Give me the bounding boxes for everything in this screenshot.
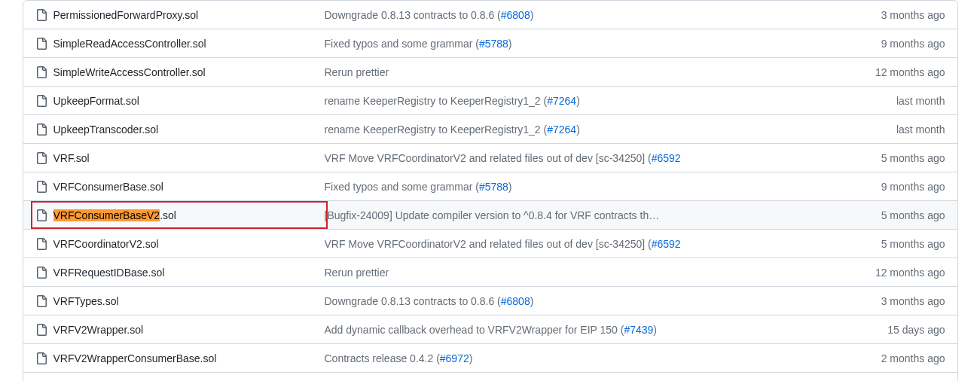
commit-message-link[interactable]: [Bugfix-24009] Update compiler version t… [325, 209, 660, 221]
issue-link[interactable]: #5788 [479, 38, 508, 50]
file-row: VRFV2WrapperConsumerBase.solContracts re… [23, 343, 957, 372]
file-name-link[interactable]: UpkeepTranscoder.sol [53, 123, 159, 136]
commit-message-suffix[interactable]: ) [576, 123, 580, 136]
file-icon [35, 123, 53, 136]
file-name-text: UpkeepFormat.sol [53, 95, 139, 107]
issue-link[interactable]: #7264 [547, 95, 576, 107]
file-row: VRFConsumerBaseV2.sol[Bugfix-24009] Upda… [23, 200, 957, 229]
commit-message-cell: rename KeeperRegistry to KeeperRegistry1… [325, 95, 840, 107]
commit-age: last month [840, 123, 945, 136]
commit-message-suffix[interactable]: ) [530, 295, 534, 307]
file-name-cell: VRFTypes.sol [53, 295, 325, 307]
commit-message-suffix[interactable]: ) [653, 324, 657, 336]
commit-message-cell: VRF Move VRFCoordinatorV2 and related fi… [325, 152, 840, 164]
file-icon [35, 95, 53, 107]
file-name-link[interactable]: VRFV2WrapperConsumerBase.sol [53, 352, 217, 364]
file-name-cell: VRFV2Wrapper.sol [53, 324, 325, 336]
commit-age: 12 months ago [840, 66, 945, 78]
commit-message-link[interactable]: Downgrade 0.8.13 contracts to 0.8.6 ( [325, 295, 501, 307]
file-row: SimpleReadAccessController.solFixed typo… [23, 29, 957, 57]
file-name-link[interactable]: VRFCoordinatorV2.sol [53, 238, 159, 250]
commit-message-link[interactable]: rename KeeperRegistry to KeeperRegistry1… [325, 123, 548, 136]
file-name-link[interactable]: VRF.sol [53, 152, 90, 164]
issue-link[interactable]: #6592 [652, 238, 681, 250]
file-name-cell: UpkeepTranscoder.sol [53, 123, 325, 136]
commit-message-suffix[interactable]: ) [576, 95, 580, 107]
file-row: VRFRequestIDBase.solRerun prettier12 mon… [23, 258, 957, 286]
file-name-text: VRFRequestIDBase.sol [53, 267, 165, 279]
commit-message-link[interactable]: VRF Move VRFCoordinatorV2 and related fi… [325, 152, 652, 164]
file-row: VRFTypes.solDowngrade 0.8.13 contracts t… [23, 286, 957, 315]
commit-age: 5 months ago [840, 238, 945, 250]
file-icon [35, 238, 53, 250]
file-name-cell: VRFRequestIDBase.sol [53, 267, 325, 279]
file-name-text: SimpleWriteAccessController.sol [53, 66, 206, 78]
file-name-link[interactable]: VRFConsumerBase.sol [53, 181, 163, 193]
file-list: PermissionedForwardProxy.solDowngrade 0.… [23, 0, 958, 381]
commit-message-suffix[interactable]: ) [530, 9, 534, 21]
commit-message-cell: Add dynamic callback overhead to VRFV2Wr… [325, 324, 840, 336]
file-name-text: VRFV2WrapperConsumerBase.sol [53, 352, 217, 364]
file-name-text: SimpleReadAccessController.sol [53, 38, 206, 50]
commit-message-link[interactable]: VRF Move VRFCoordinatorV2 and related fi… [325, 238, 652, 250]
commit-age: 9 months ago [840, 181, 945, 193]
commit-message-link[interactable]: Add dynamic callback overhead to VRFV2Wr… [325, 324, 624, 336]
issue-link[interactable]: #6808 [501, 9, 530, 21]
commit-message-cell: [Bugfix-24009] Update compiler version t… [325, 209, 840, 221]
commit-age: 2 months ago [840, 352, 945, 364]
commit-age: 3 months ago [840, 295, 945, 307]
commit-message-link[interactable]: Fixed typos and some grammar ( [325, 181, 479, 193]
file-name-cell: VRFConsumerBaseV2.sol [53, 209, 325, 221]
commit-message-link[interactable]: Rerun prettier [325, 267, 389, 279]
file-name-rest: .sol [160, 209, 176, 221]
issue-link[interactable]: #7439 [624, 324, 653, 336]
file-name-link[interactable]: UpkeepFormat.sol [53, 95, 139, 107]
commit-message-suffix[interactable]: ) [469, 352, 473, 364]
commit-message-cell: rename KeeperRegistry to KeeperRegistry1… [325, 123, 840, 136]
issue-link[interactable]: #6972 [440, 352, 469, 364]
file-row: VRFV2Wrapper.solAdd dynamic callback ove… [23, 315, 957, 343]
file-name-cell: PermissionedForwardProxy.sol [53, 9, 325, 21]
commit-message-suffix[interactable]: ) [508, 38, 512, 50]
file-icon [35, 38, 53, 50]
file-name-text: VRFV2Wrapper.sol [53, 324, 144, 336]
commit-message-link[interactable]: Rerun prettier [325, 66, 389, 78]
file-name-cell: UpkeepFormat.sol [53, 95, 325, 107]
commit-age: 12 months ago [840, 267, 945, 279]
file-name-text: VRFConsumerBase.sol [53, 181, 163, 193]
commit-age: 9 months ago [840, 38, 945, 50]
commit-message-cell: VRF Move VRFCoordinatorV2 and related fi… [325, 238, 840, 250]
commit-message-cell: Fixed typos and some grammar (#5788) [325, 181, 840, 193]
commit-message-link[interactable]: Fixed typos and some grammar ( [325, 38, 479, 50]
file-row: VRFCoordinatorV2.solVRF Move VRFCoordina… [23, 229, 957, 258]
issue-link[interactable]: #6808 [501, 295, 530, 307]
commit-message-cell: Downgrade 0.8.13 contracts to 0.8.6 (#68… [325, 9, 840, 21]
commit-message-cell: Fixed typos and some grammar (#5788) [325, 38, 840, 50]
file-icon [35, 324, 53, 336]
file-icon [35, 209, 53, 221]
commit-message-cell: Contracts release 0.4.2 (#6972) [325, 352, 840, 364]
file-name-link[interactable]: VRFConsumerBaseV2.sol [53, 209, 176, 221]
issue-link[interactable]: #5788 [479, 181, 508, 193]
commit-message-link[interactable]: Contracts release 0.4.2 ( [325, 352, 440, 364]
commit-age: 5 months ago [840, 209, 945, 221]
file-row: VRFConsumerBase.solFixed typos and some … [23, 172, 957, 200]
issue-link[interactable]: #7264 [547, 123, 576, 136]
file-name-link[interactable]: PermissionedForwardProxy.sol [53, 9, 199, 21]
commit-message-suffix[interactable]: ) [508, 181, 512, 193]
commit-age: last month [840, 95, 945, 107]
file-name-link[interactable]: VRFV2Wrapper.sol [53, 324, 144, 336]
file-name-link[interactable]: SimpleReadAccessController.sol [53, 38, 206, 50]
file-row: SimpleWriteAccessController.solRerun pre… [23, 57, 957, 86]
commit-message-cell: Rerun prettier [325, 267, 840, 279]
file-name-link[interactable]: VRFRequestIDBase.sol [53, 267, 165, 279]
file-row: UpkeepTranscoder.solrename KeeperRegistr… [23, 114, 957, 143]
file-name-cell: VRFV2WrapperConsumerBase.sol [53, 352, 325, 364]
file-icon [35, 66, 53, 78]
search-highlight: VRFConsumerBaseV2 [53, 209, 160, 221]
file-name-link[interactable]: SimpleWriteAccessController.sol [53, 66, 206, 78]
issue-link[interactable]: #6592 [652, 152, 681, 164]
commit-message-link[interactable]: Downgrade 0.8.13 contracts to 0.8.6 ( [325, 9, 501, 21]
file-name-link[interactable]: VRFTypes.sol [53, 295, 119, 307]
commit-message-link[interactable]: rename KeeperRegistry to KeeperRegistry1… [325, 95, 548, 107]
